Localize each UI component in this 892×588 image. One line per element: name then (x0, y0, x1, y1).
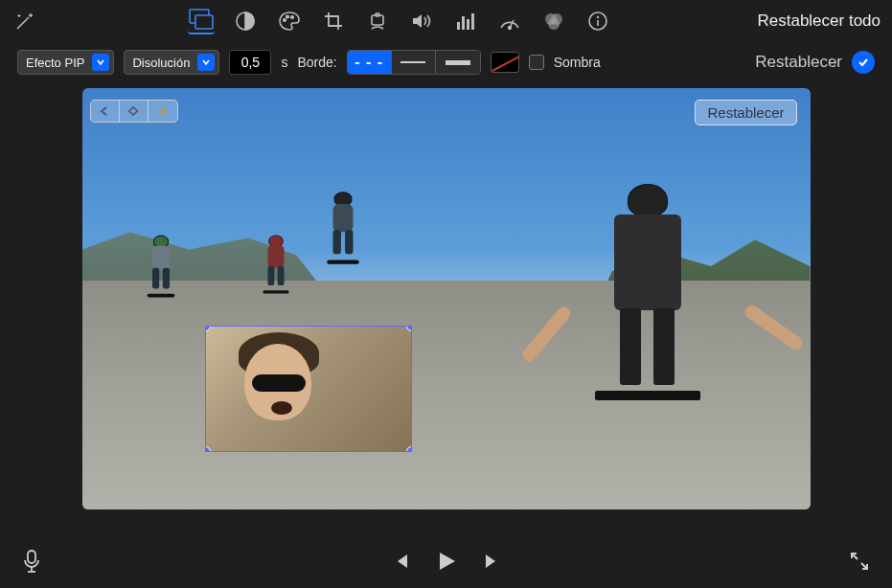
skater-figure-main (552, 184, 743, 400)
crop-icon[interactable] (320, 8, 347, 34)
svg-rect-8 (457, 22, 460, 30)
shadow-checkbox[interactable] (529, 55, 544, 70)
svg-rect-19 (28, 551, 35, 563)
speed-icon[interactable] (496, 8, 523, 34)
transport-bar (0, 534, 892, 588)
pip-handle-tl[interactable] (205, 326, 211, 331)
top-toolbar: Restablecer todo (0, 0, 892, 42)
nav-prev-keyframe[interactable] (91, 101, 120, 122)
svg-point-17 (597, 16, 599, 18)
skater-figure (258, 235, 293, 293)
svg-point-4 (286, 15, 289, 18)
duration-input[interactable] (229, 50, 271, 75)
pip-handle-bl[interactable] (205, 446, 211, 452)
svg-rect-18 (129, 107, 137, 115)
overlay-icon[interactable] (188, 8, 215, 34)
volume-icon[interactable] (408, 8, 435, 34)
reset-pip-button[interactable]: Restablecer (755, 53, 842, 72)
pip-handle-tr[interactable] (406, 326, 412, 331)
viewer-nav-pills (90, 100, 178, 123)
pip-overlay[interactable] (205, 326, 412, 452)
color-balance-icon[interactable] (540, 8, 567, 34)
svg-point-12 (509, 27, 512, 30)
contrast-icon[interactable] (232, 8, 259, 34)
duration-unit: s (281, 55, 287, 70)
transition-dropdown-label: Disolución (132, 56, 190, 70)
border-style-segmented[interactable]: - - - (347, 50, 481, 75)
shadow-label: Sombra (554, 55, 601, 70)
palette-icon[interactable] (276, 8, 303, 34)
apply-button[interactable] (852, 51, 875, 74)
skater-figure (320, 192, 364, 264)
svg-point-15 (548, 18, 560, 30)
border-option-thick[interactable] (436, 51, 480, 74)
border-color-swatch[interactable] (491, 52, 519, 73)
skater-figure (142, 236, 180, 298)
svg-rect-11 (471, 13, 474, 30)
magic-wand-icon[interactable] (11, 8, 38, 34)
nav-add-keyframe[interactable] (120, 101, 149, 122)
skip-forward-icon[interactable] (482, 552, 503, 571)
svg-rect-9 (462, 16, 465, 30)
stabilize-icon[interactable] (364, 8, 391, 34)
effect-dropdown[interactable]: Efecto PIP (17, 50, 114, 75)
border-option-thin[interactable] (392, 51, 436, 74)
mic-icon[interactable] (21, 549, 42, 574)
nav-next-keyframe[interactable] (149, 101, 177, 122)
info-icon[interactable] (584, 8, 611, 34)
pip-handle-br[interactable] (406, 446, 412, 452)
expand-icon[interactable] (848, 550, 871, 573)
skip-back-icon[interactable] (390, 552, 411, 571)
viewer-restore-button[interactable]: Restablecer (695, 100, 796, 125)
svg-rect-1 (195, 15, 213, 29)
preview-viewer[interactable]: Restablecer (82, 88, 811, 509)
svg-point-3 (284, 19, 286, 22)
chevron-down-icon (197, 54, 215, 71)
border-label: Borde: (297, 55, 336, 70)
reset-all-button[interactable]: Restablecer todo (757, 11, 881, 31)
play-icon[interactable] (436, 550, 457, 573)
transition-dropdown[interactable]: Disolución (124, 50, 219, 75)
equalizer-icon[interactable] (452, 8, 479, 34)
pip-options-row: Efecto PIP Disolución s Borde: - - - Som… (0, 42, 892, 88)
svg-rect-10 (467, 19, 469, 30)
effect-dropdown-label: Efecto PIP (26, 56, 84, 70)
svg-point-5 (291, 16, 294, 19)
border-option-dashed[interactable]: - - - (348, 51, 392, 74)
chevron-down-icon (92, 54, 109, 71)
